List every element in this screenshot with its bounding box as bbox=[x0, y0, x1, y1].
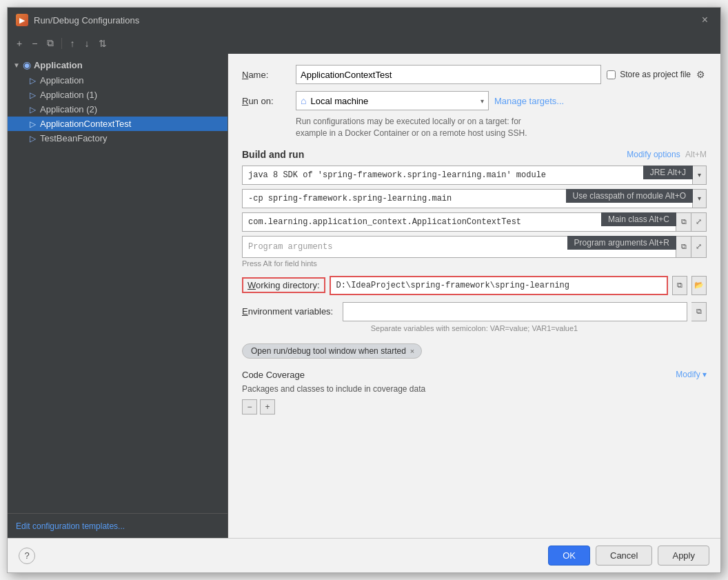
working-dir-row: Working directory: D:\IdeaProject\spring… bbox=[242, 276, 707, 295]
working-dir-browse-button[interactable]: 📂 bbox=[691, 276, 707, 295]
sort-button[interactable]: ⇅ bbox=[95, 36, 110, 51]
tree-item-1[interactable]: ▷ Application (1) bbox=[8, 88, 228, 102]
tree-item-icon-2: ▷ bbox=[30, 105, 36, 114]
move-down-button[interactable]: ↓ bbox=[81, 36, 92, 51]
remove-config-button[interactable]: − bbox=[28, 36, 41, 51]
progargs-field[interactable]: Program arguments bbox=[242, 236, 676, 258]
main-content: ▼ ◉ Application ▷ Application ▷ Applicat… bbox=[8, 54, 720, 538]
run-on-dropdown-arrow: ▾ bbox=[481, 97, 484, 105]
name-input[interactable] bbox=[296, 65, 601, 84]
progargs-copy-button[interactable]: ⧉ bbox=[676, 236, 691, 258]
run-on-label: Run on: bbox=[242, 96, 290, 106]
application-group-icon: ◉ bbox=[23, 59, 31, 70]
store-checkbox[interactable] bbox=[607, 70, 616, 79]
home-icon: ⌂ bbox=[301, 95, 306, 106]
config-tree: ▼ ◉ Application ▷ Application ▷ Applicat… bbox=[8, 54, 228, 513]
working-dir-copy-button[interactable]: ⧉ bbox=[672, 276, 687, 295]
toolbar-separator bbox=[61, 38, 62, 49]
run-on-label-text: Run on: bbox=[242, 96, 274, 106]
move-up-button[interactable]: ↑ bbox=[66, 36, 78, 51]
left-bottom: Edit configuration templates... bbox=[8, 513, 228, 538]
progargs-row-wrapper: Program arguments ⧉ ⤢ Program arguments … bbox=[242, 236, 707, 258]
tree-item-icon-3: ▷ bbox=[30, 119, 36, 129]
add-config-button[interactable]: + bbox=[13, 36, 26, 51]
progargs-expand-button[interactable]: ⤢ bbox=[691, 236, 707, 258]
classpath-row: -cp spring-framework.spring-learning.mai… bbox=[242, 189, 707, 208]
tree-item-0[interactable]: ▷ Application bbox=[8, 73, 228, 88]
tree-item-4[interactable]: ▷ TestBeanFactory bbox=[8, 131, 228, 146]
build-run-title: Build and run bbox=[242, 149, 304, 160]
tree-item-label-2: Application (2) bbox=[40, 104, 97, 114]
name-label-text: Name: bbox=[242, 70, 268, 80]
classpath-field[interactable]: -cp spring-framework.spring-learning.mai… bbox=[242, 189, 693, 208]
tree-item-2[interactable]: ▷ Application (2) bbox=[8, 102, 228, 117]
store-checkbox-area: Store as project file ⚙ bbox=[607, 68, 707, 81]
title-bar-left: ▶ Run/Debug Configurations bbox=[16, 14, 139, 26]
store-label: Store as project file bbox=[620, 70, 691, 79]
cancel-button[interactable]: Cancel bbox=[596, 546, 652, 566]
mainclass-row: com.learning.application_context.Applica… bbox=[242, 212, 707, 232]
modify-options-link[interactable]: Modify options Alt+M bbox=[627, 150, 707, 159]
coverage-add-button[interactable]: + bbox=[260, 399, 275, 414]
progargs-row: Program arguments ⧉ ⤢ bbox=[242, 236, 707, 258]
mainclass-row-wrapper: com.learning.application_context.Applica… bbox=[242, 212, 707, 232]
classpath-row-wrapper: -cp spring-framework.spring-learning.mai… bbox=[242, 189, 707, 208]
jre-dropdown-button[interactable]: ▾ bbox=[693, 166, 707, 185]
working-dir-label-text: Working directory: bbox=[247, 280, 320, 290]
store-gear-button[interactable]: ⚙ bbox=[695, 68, 707, 81]
mainclass-expand-button[interactable]: ⤢ bbox=[691, 212, 707, 232]
coverage-title: Code Coverage bbox=[242, 370, 305, 380]
copy-config-button[interactable]: ⧉ bbox=[43, 35, 57, 51]
app-icon: ▶ bbox=[16, 14, 28, 26]
run-on-select[interactable]: ⌂ Local machine ▾ bbox=[296, 91, 489, 110]
tree-item-label-0: Application bbox=[40, 75, 84, 86]
coverage-header: Code Coverage Modify ▾ bbox=[242, 370, 707, 380]
edit-templates-link[interactable]: Edit configuration templates... bbox=[16, 521, 125, 531]
right-panel: Name: Store as project file ⚙ Run on: ⌂ bbox=[228, 54, 720, 538]
mainclass-field[interactable]: com.learning.application_context.Applica… bbox=[242, 212, 676, 232]
coverage-modify-button[interactable]: Modify ▾ bbox=[676, 370, 707, 379]
env-hint-text: Separate variables with semicolon: VAR=v… bbox=[371, 324, 578, 332]
run-debug-dialog: ▶ Run/Debug Configurations × + − ⧉ ↑ ↓ ⇅… bbox=[7, 7, 721, 573]
build-run-section-header: Build and run Modify options Alt+M bbox=[242, 149, 707, 160]
tree-item-icon-4: ▷ bbox=[30, 134, 36, 143]
ok-button[interactable]: OK bbox=[548, 546, 590, 566]
tree-group-application[interactable]: ▼ ◉ Application bbox=[8, 57, 228, 73]
modify-shortcut: Alt+M bbox=[685, 150, 707, 159]
dialog-title: Run/Debug Configurations bbox=[34, 15, 139, 26]
name-label: Name: bbox=[242, 70, 290, 80]
coverage-actions: − + bbox=[242, 399, 707, 414]
bottom-actions: OK Cancel Apply bbox=[548, 546, 709, 566]
env-vars-field[interactable] bbox=[343, 302, 687, 321]
manage-targets-link[interactable]: Manage targets... bbox=[494, 96, 564, 106]
env-hint: Separate variables with semicolon: VAR=v… bbox=[242, 324, 707, 332]
env-label-text: Environment variables: bbox=[242, 306, 333, 317]
tree-item-label-1: Application (1) bbox=[40, 90, 97, 100]
working-dir-value[interactable]: D:\IdeaProject\spring-framework\spring-l… bbox=[330, 276, 668, 295]
classpath-dropdown-button[interactable]: ▾ bbox=[693, 189, 707, 208]
help-button[interactable]: ? bbox=[19, 548, 35, 564]
apply-button[interactable]: Apply bbox=[658, 546, 709, 566]
tree-item-icon-1: ▷ bbox=[30, 90, 36, 100]
jre-row-wrapper: java 8 SDK of 'spring-framework.spring-l… bbox=[242, 166, 707, 185]
coverage-section: Code Coverage Modify ▾ Packages and clas… bbox=[242, 370, 707, 414]
env-vars-copy-button[interactable]: ⧉ bbox=[691, 302, 707, 321]
tree-item-icon-0: ▷ bbox=[30, 76, 36, 86]
jre-field-text: java 8 SDK of 'spring-framework.spring-l… bbox=[248, 170, 546, 180]
toolbar: + − ⧉ ↑ ↓ ⇅ bbox=[8, 32, 720, 54]
close-button[interactable]: × bbox=[698, 13, 712, 27]
mainclass-field-text: com.learning.application_context.Applica… bbox=[248, 217, 521, 227]
mainclass-copy-button[interactable]: ⧉ bbox=[676, 212, 691, 232]
jre-field[interactable]: java 8 SDK of 'spring-framework.spring-l… bbox=[242, 166, 693, 185]
tag-close-button[interactable]: × bbox=[410, 347, 414, 355]
tree-item-3[interactable]: ▷ ApplicationContextTest bbox=[8, 117, 228, 131]
run-on-hint-text: Run configurations may be executed local… bbox=[296, 117, 527, 138]
coverage-remove-button[interactable]: − bbox=[242, 399, 257, 414]
env-vars-row: Environment variables: ⧉ bbox=[242, 302, 707, 321]
run-on-row: Run on: ⌂ Local machine ▾ Manage targets… bbox=[242, 91, 707, 110]
left-panel: ▼ ◉ Application ▷ Application ▷ Applicat… bbox=[8, 54, 228, 538]
tree-group-arrow: ▼ bbox=[13, 61, 20, 69]
bottom-bar: ? OK Cancel Apply bbox=[8, 538, 720, 572]
title-bar: ▶ Run/Debug Configurations × bbox=[8, 8, 720, 32]
tree-item-label-4: TestBeanFactory bbox=[40, 133, 108, 143]
